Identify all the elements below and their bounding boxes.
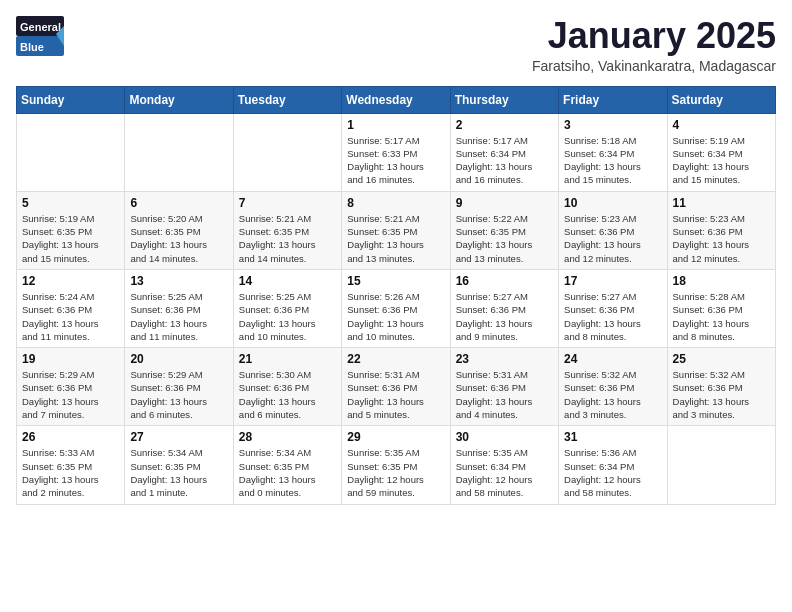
weekday-header: Tuesday bbox=[233, 86, 341, 113]
day-info: Sunrise: 5:31 AM Sunset: 6:36 PM Dayligh… bbox=[347, 368, 444, 421]
weekday-header: Friday bbox=[559, 86, 667, 113]
weekday-header: Wednesday bbox=[342, 86, 450, 113]
day-number: 31 bbox=[564, 430, 661, 444]
calendar-cell: 4Sunrise: 5:19 AM Sunset: 6:34 PM Daylig… bbox=[667, 113, 775, 191]
calendar-cell: 27Sunrise: 5:34 AM Sunset: 6:35 PM Dayli… bbox=[125, 426, 233, 504]
day-number: 27 bbox=[130, 430, 227, 444]
day-info: Sunrise: 5:25 AM Sunset: 6:36 PM Dayligh… bbox=[130, 290, 227, 343]
day-info: Sunrise: 5:33 AM Sunset: 6:35 PM Dayligh… bbox=[22, 446, 119, 499]
day-info: Sunrise: 5:32 AM Sunset: 6:36 PM Dayligh… bbox=[564, 368, 661, 421]
day-info: Sunrise: 5:19 AM Sunset: 6:34 PM Dayligh… bbox=[673, 134, 770, 187]
calendar-cell: 18Sunrise: 5:28 AM Sunset: 6:36 PM Dayli… bbox=[667, 269, 775, 347]
day-number: 2 bbox=[456, 118, 553, 132]
calendar-cell: 23Sunrise: 5:31 AM Sunset: 6:36 PM Dayli… bbox=[450, 348, 558, 426]
calendar-cell: 14Sunrise: 5:25 AM Sunset: 6:36 PM Dayli… bbox=[233, 269, 341, 347]
calendar-table: SundayMondayTuesdayWednesdayThursdayFrid… bbox=[16, 86, 776, 505]
calendar-cell: 26Sunrise: 5:33 AM Sunset: 6:35 PM Dayli… bbox=[17, 426, 125, 504]
calendar-week-row: 26Sunrise: 5:33 AM Sunset: 6:35 PM Dayli… bbox=[17, 426, 776, 504]
calendar-week-row: 1Sunrise: 5:17 AM Sunset: 6:33 PM Daylig… bbox=[17, 113, 776, 191]
calendar-header: SundayMondayTuesdayWednesdayThursdayFrid… bbox=[17, 86, 776, 113]
calendar-week-row: 12Sunrise: 5:24 AM Sunset: 6:36 PM Dayli… bbox=[17, 269, 776, 347]
day-info: Sunrise: 5:29 AM Sunset: 6:36 PM Dayligh… bbox=[130, 368, 227, 421]
month-title: January 2025 bbox=[532, 16, 776, 56]
day-number: 16 bbox=[456, 274, 553, 288]
day-info: Sunrise: 5:23 AM Sunset: 6:36 PM Dayligh… bbox=[673, 212, 770, 265]
logo-icon: General Blue bbox=[16, 16, 64, 56]
day-info: Sunrise: 5:21 AM Sunset: 6:35 PM Dayligh… bbox=[347, 212, 444, 265]
day-number: 26 bbox=[22, 430, 119, 444]
svg-text:General: General bbox=[20, 21, 61, 33]
day-info: Sunrise: 5:30 AM Sunset: 6:36 PM Dayligh… bbox=[239, 368, 336, 421]
calendar-cell: 9Sunrise: 5:22 AM Sunset: 6:35 PM Daylig… bbox=[450, 191, 558, 269]
calendar-cell: 10Sunrise: 5:23 AM Sunset: 6:36 PM Dayli… bbox=[559, 191, 667, 269]
calendar-week-row: 5Sunrise: 5:19 AM Sunset: 6:35 PM Daylig… bbox=[17, 191, 776, 269]
day-number: 7 bbox=[239, 196, 336, 210]
day-number: 9 bbox=[456, 196, 553, 210]
weekday-header: Thursday bbox=[450, 86, 558, 113]
day-number: 23 bbox=[456, 352, 553, 366]
day-info: Sunrise: 5:31 AM Sunset: 6:36 PM Dayligh… bbox=[456, 368, 553, 421]
location: Faratsiho, Vakinankaratra, Madagascar bbox=[532, 58, 776, 74]
day-number: 11 bbox=[673, 196, 770, 210]
day-info: Sunrise: 5:17 AM Sunset: 6:33 PM Dayligh… bbox=[347, 134, 444, 187]
weekday-header: Sunday bbox=[17, 86, 125, 113]
day-info: Sunrise: 5:17 AM Sunset: 6:34 PM Dayligh… bbox=[456, 134, 553, 187]
day-info: Sunrise: 5:23 AM Sunset: 6:36 PM Dayligh… bbox=[564, 212, 661, 265]
day-number: 29 bbox=[347, 430, 444, 444]
calendar-cell: 20Sunrise: 5:29 AM Sunset: 6:36 PM Dayli… bbox=[125, 348, 233, 426]
calendar-cell: 21Sunrise: 5:30 AM Sunset: 6:36 PM Dayli… bbox=[233, 348, 341, 426]
day-info: Sunrise: 5:35 AM Sunset: 6:34 PM Dayligh… bbox=[456, 446, 553, 499]
day-number: 25 bbox=[673, 352, 770, 366]
calendar-cell: 1Sunrise: 5:17 AM Sunset: 6:33 PM Daylig… bbox=[342, 113, 450, 191]
day-info: Sunrise: 5:34 AM Sunset: 6:35 PM Dayligh… bbox=[130, 446, 227, 499]
calendar-cell bbox=[667, 426, 775, 504]
day-info: Sunrise: 5:32 AM Sunset: 6:36 PM Dayligh… bbox=[673, 368, 770, 421]
day-info: Sunrise: 5:26 AM Sunset: 6:36 PM Dayligh… bbox=[347, 290, 444, 343]
day-info: Sunrise: 5:27 AM Sunset: 6:36 PM Dayligh… bbox=[456, 290, 553, 343]
weekday-header-row: SundayMondayTuesdayWednesdayThursdayFrid… bbox=[17, 86, 776, 113]
day-number: 8 bbox=[347, 196, 444, 210]
day-number: 6 bbox=[130, 196, 227, 210]
calendar-cell: 8Sunrise: 5:21 AM Sunset: 6:35 PM Daylig… bbox=[342, 191, 450, 269]
calendar-cell: 24Sunrise: 5:32 AM Sunset: 6:36 PM Dayli… bbox=[559, 348, 667, 426]
day-info: Sunrise: 5:18 AM Sunset: 6:34 PM Dayligh… bbox=[564, 134, 661, 187]
day-number: 22 bbox=[347, 352, 444, 366]
day-number: 5 bbox=[22, 196, 119, 210]
day-number: 17 bbox=[564, 274, 661, 288]
day-info: Sunrise: 5:19 AM Sunset: 6:35 PM Dayligh… bbox=[22, 212, 119, 265]
day-info: Sunrise: 5:35 AM Sunset: 6:35 PM Dayligh… bbox=[347, 446, 444, 499]
svg-text:Blue: Blue bbox=[20, 41, 44, 53]
day-number: 19 bbox=[22, 352, 119, 366]
calendar-cell bbox=[17, 113, 125, 191]
page-header: General Blue January 2025 Faratsiho, Vak… bbox=[16, 16, 776, 74]
calendar-cell: 30Sunrise: 5:35 AM Sunset: 6:34 PM Dayli… bbox=[450, 426, 558, 504]
calendar-cell: 17Sunrise: 5:27 AM Sunset: 6:36 PM Dayli… bbox=[559, 269, 667, 347]
calendar-cell: 25Sunrise: 5:32 AM Sunset: 6:36 PM Dayli… bbox=[667, 348, 775, 426]
day-number: 28 bbox=[239, 430, 336, 444]
day-info: Sunrise: 5:29 AM Sunset: 6:36 PM Dayligh… bbox=[22, 368, 119, 421]
day-number: 21 bbox=[239, 352, 336, 366]
day-info: Sunrise: 5:24 AM Sunset: 6:36 PM Dayligh… bbox=[22, 290, 119, 343]
day-number: 10 bbox=[564, 196, 661, 210]
calendar-cell: 6Sunrise: 5:20 AM Sunset: 6:35 PM Daylig… bbox=[125, 191, 233, 269]
day-number: 12 bbox=[22, 274, 119, 288]
calendar-cell: 7Sunrise: 5:21 AM Sunset: 6:35 PM Daylig… bbox=[233, 191, 341, 269]
calendar-cell bbox=[125, 113, 233, 191]
day-info: Sunrise: 5:27 AM Sunset: 6:36 PM Dayligh… bbox=[564, 290, 661, 343]
day-number: 1 bbox=[347, 118, 444, 132]
logo: General Blue bbox=[16, 16, 64, 60]
day-info: Sunrise: 5:36 AM Sunset: 6:34 PM Dayligh… bbox=[564, 446, 661, 499]
calendar-body: 1Sunrise: 5:17 AM Sunset: 6:33 PM Daylig… bbox=[17, 113, 776, 504]
day-number: 14 bbox=[239, 274, 336, 288]
calendar-cell: 12Sunrise: 5:24 AM Sunset: 6:36 PM Dayli… bbox=[17, 269, 125, 347]
calendar-cell: 19Sunrise: 5:29 AM Sunset: 6:36 PM Dayli… bbox=[17, 348, 125, 426]
calendar-cell: 29Sunrise: 5:35 AM Sunset: 6:35 PM Dayli… bbox=[342, 426, 450, 504]
day-number: 20 bbox=[130, 352, 227, 366]
day-number: 24 bbox=[564, 352, 661, 366]
calendar-cell: 22Sunrise: 5:31 AM Sunset: 6:36 PM Dayli… bbox=[342, 348, 450, 426]
calendar-week-row: 19Sunrise: 5:29 AM Sunset: 6:36 PM Dayli… bbox=[17, 348, 776, 426]
day-info: Sunrise: 5:34 AM Sunset: 6:35 PM Dayligh… bbox=[239, 446, 336, 499]
day-number: 13 bbox=[130, 274, 227, 288]
calendar-cell: 5Sunrise: 5:19 AM Sunset: 6:35 PM Daylig… bbox=[17, 191, 125, 269]
weekday-header: Saturday bbox=[667, 86, 775, 113]
